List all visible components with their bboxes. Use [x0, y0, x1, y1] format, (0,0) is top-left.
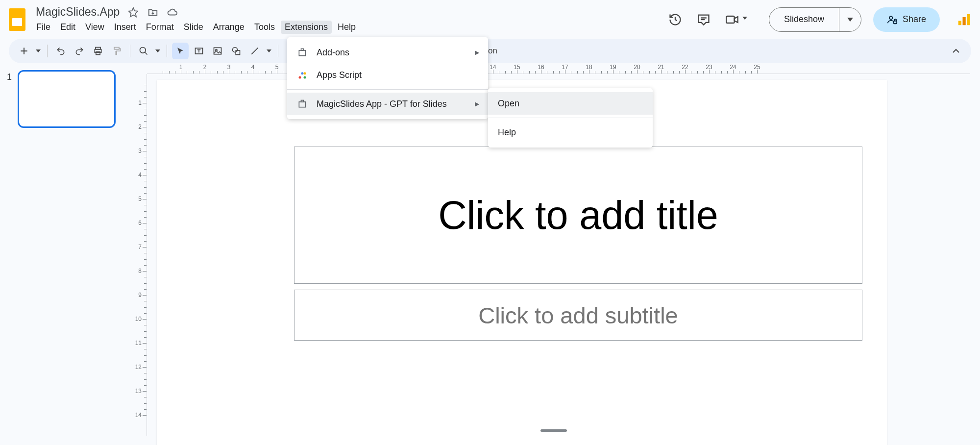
collapse-toolbar-icon[interactable]	[948, 43, 964, 59]
slideshow-dropdown[interactable]	[839, 8, 861, 31]
title-placeholder[interactable]: Click to add title	[294, 147, 862, 284]
horizontal-ruler: 1234567891011121314151617181920212223242…	[147, 63, 970, 74]
zoom-dropdown[interactable]	[154, 49, 162, 52]
svg-point-38	[304, 72, 306, 74]
slideshow-button[interactable]: Slideshow	[769, 8, 839, 31]
ruler-label: 9	[138, 292, 142, 298]
menu-view[interactable]: View	[81, 21, 108, 34]
analytics-icon[interactable]	[956, 12, 971, 27]
svg-marker-5	[742, 17, 747, 20]
subtitle-placeholder-text: Click to add subtitle	[478, 302, 678, 329]
separator	[130, 45, 130, 57]
menu-apps-script[interactable]: Apps Script	[287, 64, 488, 86]
menu-help[interactable]: Help	[334, 21, 360, 34]
menu-magicslides[interactable]: MagicSlides App - GPT for Slides ▶	[287, 93, 488, 115]
magicslides-submenu: Open Help	[488, 88, 653, 148]
svg-marker-20	[155, 49, 160, 52]
share-button[interactable]: Share	[873, 7, 940, 32]
svg-rect-11	[967, 14, 970, 25]
slideshow-button-group: Slideshow	[769, 7, 861, 32]
menu-addons-label: Add-ons	[317, 48, 349, 58]
submenu-help[interactable]: Help	[488, 121, 653, 144]
submenu-open-label: Open	[498, 99, 519, 109]
ruler-label: 1	[138, 99, 142, 106]
move-folder-icon[interactable]	[147, 7, 158, 18]
shape-tool[interactable]	[228, 43, 245, 59]
menu-separator	[488, 118, 653, 118]
svg-point-35	[299, 76, 301, 79]
submenu-arrow-icon: ▶	[475, 100, 479, 107]
ruler-label: 13	[135, 388, 142, 395]
new-slide-dropdown[interactable]	[34, 49, 42, 52]
ruler-label: 5	[138, 196, 142, 202]
redo-button[interactable]	[71, 43, 88, 59]
line-dropdown[interactable]	[265, 49, 273, 52]
menu-magicslides-label: MagicSlides App - GPT for Slides	[317, 99, 447, 109]
select-tool[interactable]	[172, 43, 189, 59]
zoom-button[interactable]	[135, 43, 152, 59]
menu-arrange[interactable]: Arrange	[209, 21, 248, 34]
share-label: Share	[903, 14, 926, 25]
comments-icon[interactable]	[695, 11, 712, 28]
subtitle-placeholder[interactable]: Click to add subtitle	[294, 290, 862, 341]
textbox-tool[interactable]	[191, 43, 207, 59]
menu-slide[interactable]: Slide	[180, 21, 207, 34]
slides-logo-icon	[9, 8, 25, 31]
menu-apps-script-label: Apps Script	[317, 70, 362, 80]
svg-rect-39	[299, 102, 305, 107]
svg-point-36	[301, 72, 304, 74]
svg-rect-33	[299, 50, 305, 56]
slides-logo[interactable]	[5, 4, 29, 35]
paint-format-button[interactable]	[108, 43, 125, 59]
image-tool[interactable]	[209, 43, 226, 59]
ruler-label: 12	[135, 364, 142, 371]
undo-button[interactable]	[52, 43, 69, 59]
svg-marker-4	[735, 17, 738, 23]
extension-icon	[297, 99, 308, 109]
menu-format[interactable]: Format	[142, 21, 178, 34]
meet-icon[interactable]	[724, 11, 740, 28]
svg-rect-10	[963, 17, 966, 25]
svg-rect-24	[214, 48, 221, 54]
ruler-label: 4	[138, 172, 142, 178]
menu-insert[interactable]: Insert	[110, 21, 140, 34]
toolbar: on	[9, 39, 971, 63]
svg-rect-27	[236, 50, 240, 54]
new-slide-button[interactable]	[16, 43, 32, 59]
svg-rect-34	[301, 49, 304, 50]
svg-point-26	[233, 48, 238, 52]
svg-marker-0	[129, 7, 138, 16]
ruler-label: 7	[138, 244, 142, 250]
submenu-arrow-icon: ▶	[475, 49, 479, 56]
ruler-label: 10	[135, 316, 142, 322]
ruler-label: 14	[135, 412, 142, 419]
line-tool[interactable]	[246, 43, 263, 59]
ruler-label: 3	[138, 148, 142, 154]
toolbar-truncated-text: on	[488, 46, 497, 56]
svg-marker-6	[847, 18, 853, 22]
slide-thumbnail-1[interactable]	[18, 70, 116, 128]
menu-addons[interactable]: Add-ons ▶	[287, 41, 488, 64]
cloud-status-icon[interactable]	[167, 7, 178, 18]
submenu-open[interactable]: Open	[488, 92, 653, 115]
speaker-notes-handle[interactable]	[540, 429, 567, 432]
addon-icon	[297, 47, 308, 58]
svg-marker-29	[267, 49, 271, 52]
ruler-label: 2	[138, 124, 142, 130]
document-title[interactable]: MagicSlides.App	[32, 5, 123, 19]
star-icon[interactable]	[128, 7, 139, 18]
history-icon[interactable]	[667, 11, 684, 28]
separator	[278, 45, 278, 57]
ruler-label: 8	[138, 268, 142, 274]
svg-rect-40	[301, 100, 304, 102]
title-placeholder-text: Click to add title	[438, 193, 718, 238]
menu-tools[interactable]: Tools	[250, 21, 279, 34]
ruler-label: 6	[138, 220, 142, 226]
print-button[interactable]	[90, 43, 106, 59]
menu-extensions[interactable]: Extensions	[281, 21, 332, 34]
menu-bar: FileEditViewInsertFormatSlideArrangeTool…	[32, 20, 362, 35]
svg-point-37	[304, 76, 306, 79]
menu-edit[interactable]: Edit	[56, 21, 79, 34]
menu-file[interactable]: File	[32, 21, 54, 34]
apps-script-icon	[297, 70, 308, 80]
